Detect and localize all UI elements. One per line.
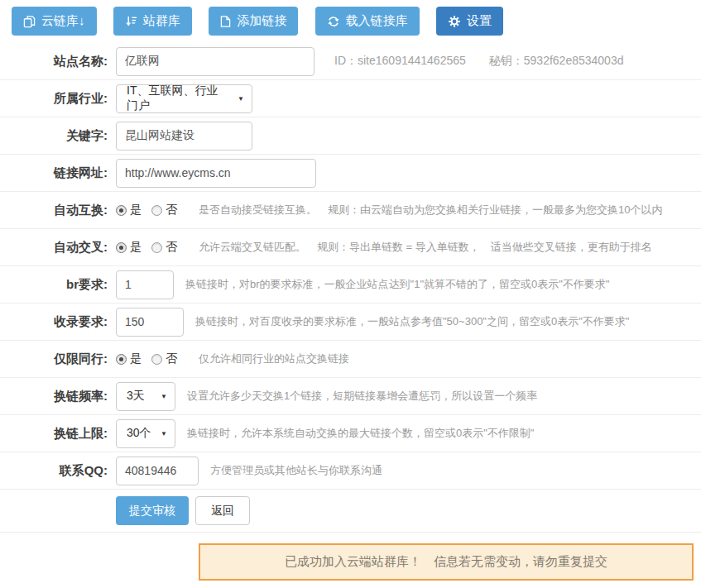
- br-requirement-description: 换链接时，对br的要求标准，一般企业站点达到"1"就算不错的了，留空或0表示"不…: [185, 277, 609, 292]
- exchange-frequency-description: 设置允许多少天交换1个链接，短期链接暴增会遭惩罚，所以设置一个频率: [187, 389, 537, 404]
- industry-select[interactable]: IT、互联网、行业门户 ▼: [116, 84, 252, 113]
- cloud-link-lib-label: 云链库↓: [41, 13, 85, 29]
- success-notification: 已成功加入云端站群库！ 信息若无需变动，请勿重复提交: [199, 543, 694, 581]
- exchange-limit-description: 换链接时，允许本系统自动交换的最大链接个数，留空或0表示"不作限制": [187, 426, 534, 441]
- auto-exchange-label: 自动互换:: [0, 203, 108, 218]
- index-requirement-label: 收录要求:: [0, 314, 108, 330]
- auto-exchange-description: 是否自动接受链接互换。 规则：由云端自动为您交换相关行业链接，一般最多为您交换1…: [199, 203, 662, 218]
- auto-exchange-row: 自动互换: 是 否 是否自动接受链接互换。 规则：由云端自动为您交换相关行业链接…: [0, 192, 701, 229]
- same-industry-label: 仅限同行:: [0, 351, 108, 367]
- auto-exchange-no-label: 否: [166, 203, 177, 218]
- exchange-limit-label: 换链上限:: [0, 426, 108, 442]
- link-url-label: 链接网址:: [0, 165, 108, 181]
- industry-select-value: IT、互联网、行业门户: [127, 84, 229, 113]
- exchange-limit-select[interactable]: 30个 ▼: [116, 419, 175, 448]
- same-industry-no-radio[interactable]: [151, 354, 162, 365]
- site-name-row: 站点名称: ID：site16091441462565 秘钥：5932f62e8…: [0, 43, 701, 80]
- keyword-input[interactable]: [116, 122, 252, 151]
- chevron-down-icon: ▼: [238, 95, 244, 103]
- auto-exchange-yes-label: 是: [130, 203, 142, 218]
- site-name-input[interactable]: [116, 47, 314, 76]
- site-key-text: 秘钥：5932f62e8534003d: [489, 54, 624, 69]
- load-link-lib-button[interactable]: 载入链接库: [315, 7, 420, 36]
- exchange-limit-value: 30个: [127, 426, 152, 441]
- refresh-icon: [327, 15, 340, 28]
- index-requirement-input[interactable]: [116, 308, 184, 337]
- settings-label: 设置: [467, 13, 492, 29]
- industry-label: 所属行业:: [0, 91, 108, 107]
- contact-qq-label: 联系QQ:: [0, 463, 108, 479]
- contact-qq-row: 联系QQ: 方便管理员或其他站长与你联系沟通: [0, 452, 701, 490]
- auto-cross-yes-radio[interactable]: [116, 242, 127, 253]
- cloud-link-lib-button[interactable]: 云链库↓: [12, 7, 97, 36]
- site-id-text: ID：site16091441462565: [334, 54, 466, 69]
- add-link-label: 添加链接: [237, 13, 286, 29]
- same-industry-row: 仅限同行: 是 否 仅允许相同行业的站点交换链接: [0, 341, 701, 378]
- file-icon: [220, 15, 231, 28]
- contact-qq-description: 方便管理员或其他站长与你联系沟通: [210, 463, 382, 478]
- settings-button[interactable]: 设置: [436, 7, 503, 36]
- same-industry-yes-radio[interactable]: [116, 354, 127, 365]
- auto-cross-description: 允许云端交叉链匹配。 规则：导出单链数 = 导入单链数， 适当做些交叉链接，更有…: [199, 240, 652, 255]
- settings-form: 站点名称: ID：site16091441462565 秘钥：5932f62e8…: [0, 43, 701, 581]
- keyword-label: 关键字:: [0, 128, 108, 144]
- exchange-frequency-label: 换链频率:: [0, 389, 108, 404]
- chevron-down-icon: ▼: [161, 393, 167, 400]
- load-link-lib-label: 载入链接库: [346, 13, 408, 29]
- same-industry-yes-label: 是: [130, 351, 142, 366]
- same-industry-no-label: 否: [166, 351, 177, 366]
- auto-cross-label: 自动交叉:: [0, 240, 108, 256]
- exchange-limit-row: 换链上限: 30个 ▼ 换链接时，允许本系统自动交换的最大链接个数，留空或0表示…: [0, 415, 701, 452]
- index-requirement-description: 换链接时，对百度收录的要求标准，一般站点参考值"50~300"之间，留空或0表示…: [195, 314, 629, 329]
- site-name-label: 站点名称:: [0, 54, 108, 69]
- auto-exchange-no-radio[interactable]: [151, 205, 162, 216]
- submit-review-button[interactable]: 提交审核: [116, 496, 189, 525]
- chevron-down-icon: ▼: [161, 430, 167, 437]
- auto-cross-no-label: 否: [166, 240, 177, 255]
- br-requirement-input[interactable]: [116, 270, 174, 299]
- link-url-row: 链接网址:: [0, 155, 701, 192]
- exchange-frequency-row: 换链频率: 3天 ▼ 设置允许多少天交换1个链接，短期链接暴增会遭惩罚，所以设置…: [0, 378, 701, 415]
- keyword-row: 关键字:: [0, 117, 701, 155]
- auto-cross-no-radio[interactable]: [151, 242, 162, 253]
- contact-qq-input[interactable]: [116, 457, 199, 485]
- form-actions-row: 提交审核 返回: [0, 490, 701, 533]
- gear-icon: [448, 15, 461, 28]
- sort-down-icon: [125, 15, 137, 27]
- copy-icon: [23, 15, 36, 28]
- same-industry-description: 仅允许相同行业的站点交换链接: [199, 351, 349, 366]
- industry-row: 所属行业: IT、互联网、行业门户 ▼: [0, 80, 701, 117]
- site-group-lib-button[interactable]: 站群库: [113, 7, 192, 36]
- auto-cross-row: 自动交叉: 是 否 允许云端交叉链匹配。 规则：导出单链数 = 导入单链数， 适…: [0, 229, 701, 266]
- top-toolbar: 云链库↓ 站群库 添加链接 载入链接库 设置: [0, 0, 701, 43]
- link-url-input[interactable]: [116, 159, 316, 188]
- index-requirement-row: 收录要求: 换链接时，对百度收录的要求标准，一般站点参考值"50~300"之间，…: [0, 304, 701, 341]
- add-link-button[interactable]: 添加链接: [209, 7, 298, 36]
- back-button[interactable]: 返回: [195, 496, 250, 525]
- auto-cross-yes-label: 是: [130, 240, 142, 255]
- exchange-frequency-select[interactable]: 3天 ▼: [116, 382, 175, 411]
- br-requirement-label: br要求:: [0, 277, 108, 293]
- exchange-frequency-value: 3天: [127, 389, 152, 404]
- site-group-lib-label: 站群库: [143, 13, 180, 29]
- auto-exchange-yes-radio[interactable]: [116, 205, 127, 216]
- br-requirement-row: br要求: 换链接时，对br的要求标准，一般企业站点达到"1"就算不错的了，留空…: [0, 266, 701, 304]
